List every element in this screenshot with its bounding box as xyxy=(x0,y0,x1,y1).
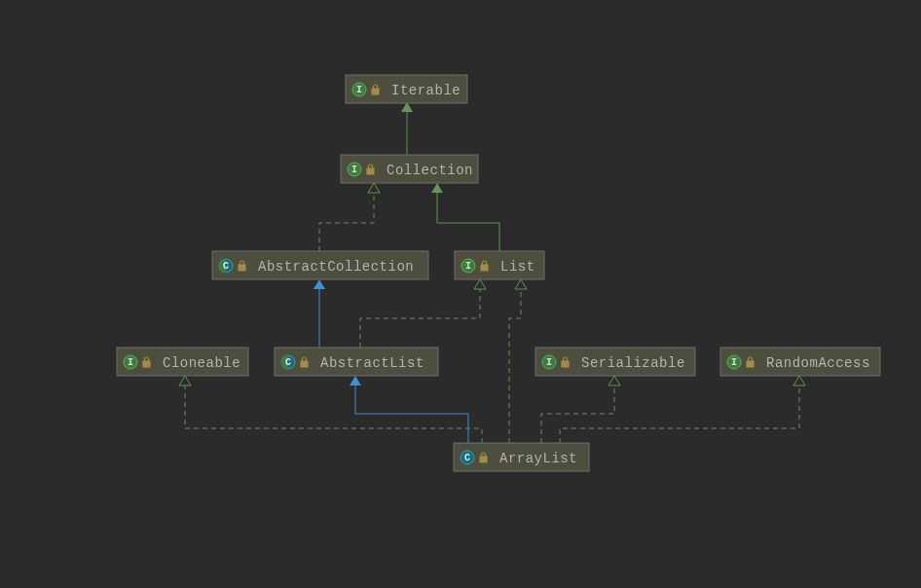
node-serializable[interactable]: I Serializable xyxy=(535,348,695,376)
arrowhead xyxy=(179,376,191,386)
svg-rect-17 xyxy=(301,361,308,367)
svg-rect-11 xyxy=(481,265,488,271)
arrowhead xyxy=(350,376,361,386)
edge-abstractcollection-collection xyxy=(319,193,374,251)
node-list[interactable]: I List xyxy=(455,251,544,279)
node-iterable[interactable]: I Iterable xyxy=(346,75,467,103)
svg-rect-23 xyxy=(747,361,754,367)
svg-rect-26 xyxy=(480,457,487,462)
node-abstractcollection[interactable]: C AbstractCollection xyxy=(212,251,428,279)
svg-text:C: C xyxy=(285,357,291,368)
node-label: Serializable xyxy=(581,355,685,371)
node-label: AbstractList xyxy=(320,355,424,371)
svg-text:I: I xyxy=(356,85,362,95)
node-abstractlist[interactable]: C AbstractList xyxy=(275,348,438,376)
node-arraylist[interactable]: C ArrayList xyxy=(454,443,589,471)
svg-rect-5 xyxy=(367,168,374,174)
svg-text:I: I xyxy=(128,357,133,368)
svg-text:I: I xyxy=(546,357,552,368)
edge-arraylist-abstractlist xyxy=(355,386,468,443)
arrowhead xyxy=(368,183,380,193)
arrowhead xyxy=(608,376,620,386)
node-label: List xyxy=(500,259,535,275)
svg-rect-14 xyxy=(143,361,150,367)
svg-text:I: I xyxy=(351,165,357,175)
svg-text:I: I xyxy=(731,357,737,368)
svg-rect-2 xyxy=(372,89,379,94)
edge-arraylist-list xyxy=(509,289,521,443)
svg-text:C: C xyxy=(223,261,229,272)
svg-text:I: I xyxy=(465,261,471,272)
node-label: AbstractCollection xyxy=(258,259,414,275)
node-label: Cloneable xyxy=(163,355,240,371)
class-diagram[interactable]: I Iterable I Collection C AbstractCollec… xyxy=(0,0,921,588)
node-label: ArrayList xyxy=(499,451,577,466)
edge-list-collection xyxy=(437,193,499,251)
arrowhead xyxy=(474,279,486,289)
svg-rect-8 xyxy=(239,265,245,271)
node-randomaccess[interactable]: I RandomAccess xyxy=(720,348,880,376)
svg-text:C: C xyxy=(464,453,470,463)
node-label: Collection xyxy=(387,163,473,178)
node-cloneable[interactable]: I Cloneable xyxy=(117,348,248,376)
edge-arraylist-serializable xyxy=(541,386,614,443)
node-label: RandomAccess xyxy=(766,355,870,371)
arrowhead xyxy=(793,376,805,386)
arrowhead xyxy=(431,183,443,193)
node-collection[interactable]: I Collection xyxy=(341,155,478,183)
node-label: Iterable xyxy=(391,83,460,98)
arrowhead xyxy=(313,279,325,289)
edge-abstractlist-list xyxy=(360,289,480,348)
svg-rect-20 xyxy=(562,361,569,367)
arrowhead xyxy=(515,279,527,289)
